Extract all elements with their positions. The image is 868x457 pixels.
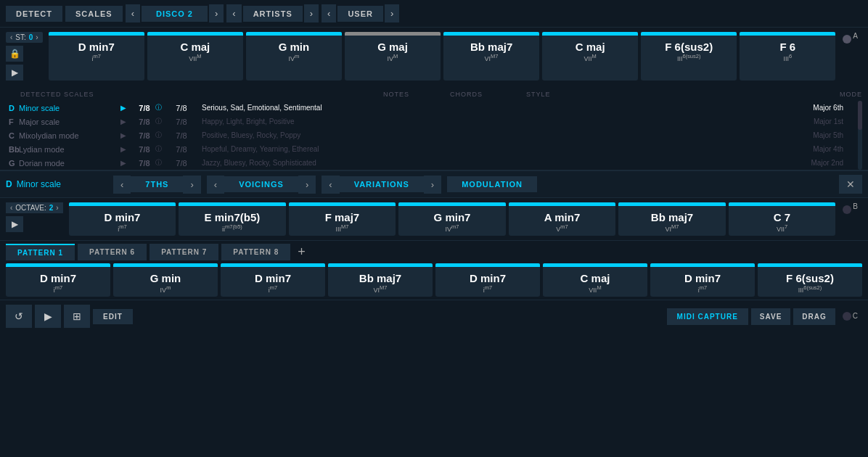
pattern-chord-3[interactable]: Bb maj7 VIM7: [328, 263, 433, 297]
save-button[interactable]: SAVE: [751, 308, 791, 325]
pattern-tab-2[interactable]: PATTERN 7: [150, 244, 218, 260]
pattern-chord-1[interactable]: G min IVm: [113, 263, 218, 297]
section-a-label: A: [838, 32, 862, 81]
section-a-chord-2[interactable]: G min IVm: [246, 32, 342, 81]
st-next[interactable]: ›: [36, 33, 38, 41]
chord-top-bar: [543, 263, 647, 267]
pattern-chord-5[interactable]: C maj VIIM: [543, 263, 647, 297]
chord-name: D min7: [40, 272, 76, 284]
disco-next-arrow[interactable]: ›: [209, 4, 224, 22]
pattern-tab-0[interactable]: PATTERN 1: [6, 244, 75, 260]
section-a-chord-3[interactable]: G maj IVM: [345, 32, 441, 81]
ths-next[interactable]: ›: [183, 176, 200, 194]
scales-button[interactable]: SCALES: [65, 6, 123, 22]
scale-row-0[interactable]: D Minor scale ▶ 7/8 ⓘ 7/8 Serious, Sad, …: [6, 101, 855, 115]
section-a-chord-0[interactable]: D min7 im7: [49, 32, 144, 81]
scale-notes: 7/8: [134, 145, 155, 154]
section-a-chord-6[interactable]: F 6(sus2) III6(sus2): [641, 32, 737, 81]
scale-play-icon[interactable]: ▶: [120, 145, 134, 153]
chord-roman: III6(sus2): [798, 284, 822, 294]
scale-play-icon[interactable]: ▶: [120, 118, 134, 125]
section-a-chord-4[interactable]: Bb maj7 VIM7: [443, 32, 539, 81]
chord-name: C maj: [581, 272, 610, 284]
scales-scrollbar[interactable]: [858, 101, 862, 170]
scale-notes: 7/8: [134, 118, 155, 126]
section-a-play-button[interactable]: ▶: [6, 65, 23, 81]
chord-name: Bb maj7: [470, 41, 512, 53]
octave-next[interactable]: ›: [56, 204, 58, 212]
artists-next-arrow[interactable]: ›: [304, 4, 319, 22]
scale-row-1[interactable]: F Major scale ▶ 7/8 ⓘ 7/8 Happy, Light, …: [6, 115, 855, 128]
scale-play-icon[interactable]: ▶: [120, 131, 134, 139]
pattern-tab-3[interactable]: PATTERN 8: [221, 244, 290, 260]
section-b-chord-5[interactable]: Bb maj7 VIM7: [618, 202, 726, 236]
chord-roman: im7: [698, 284, 707, 294]
lock-button[interactable]: 🔒: [6, 46, 23, 62]
scale-row-2[interactable]: C Mixolydian mode ▶ 7/8 ⓘ 7/8 Positive, …: [6, 128, 855, 142]
section-c-label: C: [838, 312, 862, 321]
variations-next[interactable]: ›: [424, 176, 441, 194]
chord-name: D min7: [104, 211, 140, 223]
user-next-arrow[interactable]: ›: [385, 4, 399, 22]
play-button[interactable]: ▶: [35, 305, 61, 328]
drag-button[interactable]: DRAG: [793, 308, 835, 325]
chord-name: F maj7: [325, 211, 360, 223]
scale-info-icon[interactable]: ⓘ: [155, 103, 167, 112]
pattern-tab-1[interactable]: PATTERN 6: [78, 244, 147, 260]
scale-info-icon[interactable]: ⓘ: [155, 117, 167, 126]
voicings-next[interactable]: ›: [298, 176, 316, 194]
chord-top-bar: [179, 202, 286, 206]
user-button[interactable]: USER: [337, 6, 383, 22]
section-b-chord-1[interactable]: E min7(b5) iim7(b5): [179, 202, 286, 236]
scale-style: Serious, Sad, Emotional, Sentimental: [202, 104, 771, 112]
modulation-button[interactable]: MODULATION: [447, 176, 537, 192]
pattern-chord-4[interactable]: D min7 im7: [435, 263, 540, 297]
section-b-play-button[interactable]: ▶: [6, 216, 23, 232]
section-a-chord-1[interactable]: C maj VIIM: [147, 32, 243, 81]
section-a-chord-5[interactable]: C maj VIIM: [542, 32, 638, 81]
scale-row-3[interactable]: Bb Lydian mode ▶ 7/8 ⓘ 7/8 Hopeful, Drea…: [6, 142, 855, 156]
scale-play-icon[interactable]: ▶: [120, 104, 134, 112]
user-prev-arrow[interactable]: ‹: [322, 4, 336, 22]
midi-capture-button[interactable]: MIDI CAPTURE: [667, 308, 748, 325]
chord-roman: III6: [783, 53, 792, 62]
section-b-chord-0[interactable]: D min7 im7: [69, 202, 176, 236]
pattern-tabs: PATTERN 1PATTERN 6PATTERN 7PATTERN 8 +: [6, 244, 862, 260]
voicings-prev[interactable]: ‹: [207, 176, 224, 194]
detect-button[interactable]: DETECT: [6, 6, 62, 22]
scale-info-icon[interactable]: ⓘ: [155, 158, 167, 168]
ths-prev[interactable]: ‹: [113, 176, 131, 194]
loop-button[interactable]: ↺: [6, 305, 32, 328]
pattern-chord-7[interactable]: F 6(sus2) III6(sus2): [758, 263, 862, 297]
chord-name: F 6(sus2): [665, 41, 713, 53]
grid-button[interactable]: ⊞: [64, 305, 90, 328]
section-b-chord-4[interactable]: A min7 Vm7: [509, 202, 616, 236]
scale-info-icon[interactable]: ⓘ: [155, 144, 167, 154]
chord-top-bar: [618, 202, 726, 206]
section-b-chord-3[interactable]: G min7 IVm7: [398, 202, 506, 236]
section-a: ‹ ST: 0 › 🔒 ▶ D min7 im7 C maj VIIM G mi…: [0, 28, 868, 85]
scale-row-4[interactable]: G Dorian mode ▶ 7/8 ⓘ 7/8 Jazzy, Bluesy,…: [6, 156, 855, 170]
st-prev[interactable]: ‹: [10, 33, 12, 41]
artists-prev-arrow[interactable]: ‹: [226, 4, 241, 22]
edit-button[interactable]: EDIT: [93, 309, 133, 324]
scale-toolbar-close[interactable]: ✕: [839, 175, 862, 194]
section-b-chord-2[interactable]: F maj7 IIIM7: [289, 202, 396, 236]
pattern-chord-2[interactable]: D min7 im7: [221, 263, 325, 297]
chord-name: G maj: [377, 41, 408, 53]
octave-prev[interactable]: ‹: [10, 204, 12, 212]
chord-name: E min7(b5): [205, 211, 261, 223]
scale-play-icon[interactable]: ▶: [120, 159, 134, 167]
disco-prev-arrow[interactable]: ‹: [126, 4, 140, 22]
artists-button[interactable]: ARTISTS: [243, 6, 303, 22]
chord-name: Bb maj7: [651, 211, 693, 223]
add-pattern-button[interactable]: +: [293, 244, 310, 260]
section-a-chord-7[interactable]: F 6 III6: [740, 32, 835, 81]
variations-prev[interactable]: ‹: [322, 176, 339, 194]
pattern-chord-0[interactable]: D min7 im7: [6, 263, 110, 297]
pattern-chord-6[interactable]: D min7 im7: [650, 263, 755, 297]
section-b-chord-6[interactable]: C 7 VII7: [729, 202, 836, 236]
chord-roman: im7: [118, 223, 126, 233]
scale-info-icon[interactable]: ⓘ: [155, 131, 167, 140]
header-notes: NOTES: [383, 91, 409, 98]
